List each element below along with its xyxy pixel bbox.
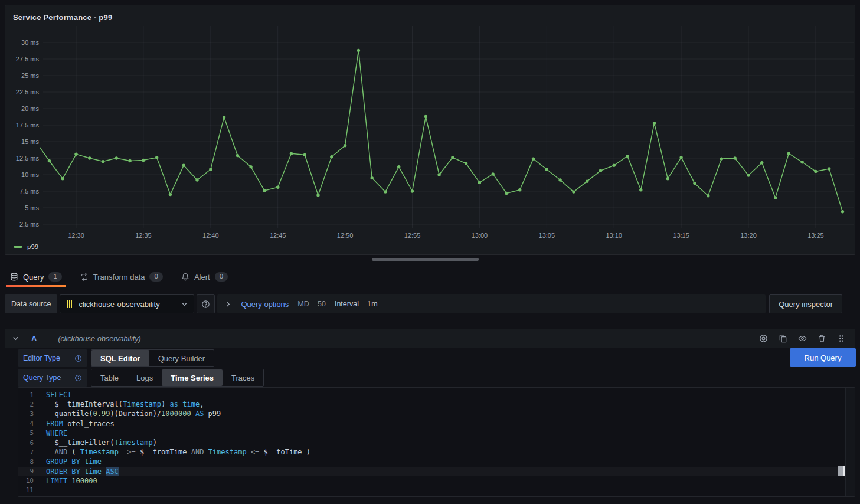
- data-point: [115, 156, 118, 159]
- grafana-panel-edit-page: 2.5 ms5 ms7.5 ms10 ms12.5 ms15 ms17.5 ms…: [0, 0, 860, 504]
- y-axis-label: 22.5 ms: [16, 89, 40, 96]
- data-point: [155, 156, 158, 159]
- line-number: 7: [18, 449, 34, 456]
- query-type-option-logs[interactable]: Logs: [127, 369, 162, 386]
- info-circle-icon[interactable]: [74, 355, 82, 362]
- data-point: [357, 49, 360, 52]
- query-type-option-traces[interactable]: Traces: [223, 369, 263, 386]
- tab-transform-data[interactable]: Transform data0: [76, 267, 167, 287]
- copy-icon[interactable]: [776, 332, 790, 346]
- data-point: [290, 152, 293, 155]
- max-datapoints-summary: MD = 50: [297, 300, 326, 308]
- datasource-row: Data source clickhouse-observability Que…: [5, 294, 855, 313]
- eye-icon[interactable]: [795, 332, 809, 346]
- editor-type-option-query-builder[interactable]: Query Builder: [149, 350, 214, 366]
- code-line-4[interactable]: 4FROM otel_traces: [18, 419, 845, 428]
- editor-scrollbar[interactable]: [845, 388, 855, 496]
- data-point: [572, 190, 575, 193]
- editor-cursor-mark: [838, 466, 845, 476]
- data-point: [653, 122, 656, 125]
- x-axis-label: 13:20: [740, 232, 757, 239]
- query-row-header[interactable]: A (clickhouse-observability): [5, 329, 855, 348]
- x-axis-label: 13:05: [539, 232, 555, 239]
- data-point: [518, 188, 521, 191]
- data-point: [384, 190, 387, 193]
- tab-label: Alert: [194, 273, 210, 282]
- editor-type-option-sql-editor[interactable]: SQL Editor: [91, 350, 149, 366]
- data-point: [263, 189, 266, 192]
- y-axis-label: 12.5 ms: [16, 155, 40, 162]
- y-axis-label: 10 ms: [21, 171, 39, 178]
- chevron-down-icon: [181, 300, 188, 308]
- code-line-2[interactable]: 2 $__timeInterval(Timestamp) as time,: [18, 400, 845, 409]
- data-point: [303, 153, 306, 156]
- x-axis-label: 12:55: [404, 232, 421, 239]
- panel-title: Service Performance - p99: [13, 13, 112, 22]
- run-query-button[interactable]: Run Query: [790, 348, 856, 367]
- collapse-chevron-icon[interactable]: [12, 335, 19, 342]
- line-content: LIMIT 100000: [34, 477, 97, 485]
- data-point: [532, 157, 535, 160]
- data-point: [478, 181, 481, 184]
- tab-query[interactable]: Query1: [6, 267, 66, 287]
- code-line-5[interactable]: 5WHERE: [18, 428, 845, 438]
- datasource-picker-value: clickhouse-observability: [79, 300, 175, 309]
- pane-resize-handle[interactable]: [372, 258, 479, 261]
- line-content: WHERE: [34, 429, 67, 437]
- data-point: [465, 162, 467, 165]
- data-point: [182, 164, 185, 167]
- record-icon[interactable]: [756, 332, 770, 346]
- data-point: [599, 169, 602, 172]
- query-ref-name[interactable]: A: [31, 334, 37, 343]
- editor-type-row: Editor Type SQL EditorQuery Builder: [18, 349, 214, 367]
- data-point: [128, 159, 131, 162]
- query-type-option-table[interactable]: Table: [91, 369, 127, 386]
- code-line-3[interactable]: 3 quantile(0.99)(Duration)/1000000 AS p9…: [18, 409, 845, 418]
- x-axis-label: 12:50: [337, 232, 354, 239]
- line-number: 9: [18, 467, 34, 475]
- timeseries-chart[interactable]: 2.5 ms5 ms7.5 ms10 ms12.5 ms15 ms17.5 ms…: [5, 5, 856, 239]
- query-options-link[interactable]: Query options: [241, 300, 289, 309]
- code-line-1[interactable]: 1SELECT: [18, 390, 845, 400]
- code-line-10[interactable]: 10LIMIT 100000: [18, 476, 845, 486]
- legend-series-label[interactable]: p99: [27, 243, 38, 250]
- data-point: [774, 197, 777, 199]
- data-point: [397, 165, 400, 168]
- query-type-option-time-series[interactable]: Time Series: [162, 369, 223, 386]
- indent-guide: [50, 409, 50, 418]
- data-point: [424, 115, 427, 118]
- data-point: [841, 210, 844, 213]
- tab-alert[interactable]: Alert0: [177, 267, 232, 287]
- query-inspector-button[interactable]: Query inspector: [769, 294, 842, 313]
- chevron-right-icon[interactable]: [224, 300, 232, 308]
- data-point: [236, 154, 239, 157]
- code-line-8[interactable]: 8GROUP BY time: [18, 457, 845, 466]
- data-point: [411, 189, 414, 192]
- data-point: [61, 177, 64, 180]
- code-line-6[interactable]: 6 $__timeFilter(Timestamp): [18, 438, 845, 447]
- data-point: [344, 144, 346, 147]
- datasource-help-button[interactable]: [197, 294, 215, 313]
- info-circle-icon[interactable]: [74, 374, 82, 382]
- line-number: 11: [18, 486, 34, 494]
- y-axis-label: 25 ms: [21, 72, 39, 79]
- code-line-7[interactable]: 7 AND ( Timestamp >= $__fromTime AND Tim…: [18, 447, 845, 457]
- trash-icon[interactable]: [815, 332, 829, 346]
- process-icon: [80, 273, 89, 281]
- datasource-picker[interactable]: clickhouse-observability: [60, 294, 194, 313]
- line-number: 1: [18, 391, 34, 399]
- datasource-label: Data source: [5, 294, 57, 313]
- data-point: [371, 176, 374, 179]
- code-line-9[interactable]: 9ORDER BY time ASC: [18, 467, 845, 476]
- query-row-actions: [756, 332, 848, 346]
- data-point: [734, 156, 737, 159]
- indent-guide: [50, 438, 50, 447]
- drag-handle-icon[interactable]: [834, 332, 848, 346]
- y-axis-label: 20 ms: [21, 105, 39, 112]
- code-line-11[interactable]: 11: [18, 486, 845, 495]
- data-point: [316, 194, 319, 197]
- x-axis-label: 12:45: [270, 232, 286, 239]
- line-number: 5: [18, 429, 34, 437]
- sql-code-editor[interactable]: 1SELECT2 $__timeInterval(Timestamp) as t…: [18, 387, 855, 497]
- line-content: $__timeInterval(Timestamp) as time,: [34, 400, 204, 408]
